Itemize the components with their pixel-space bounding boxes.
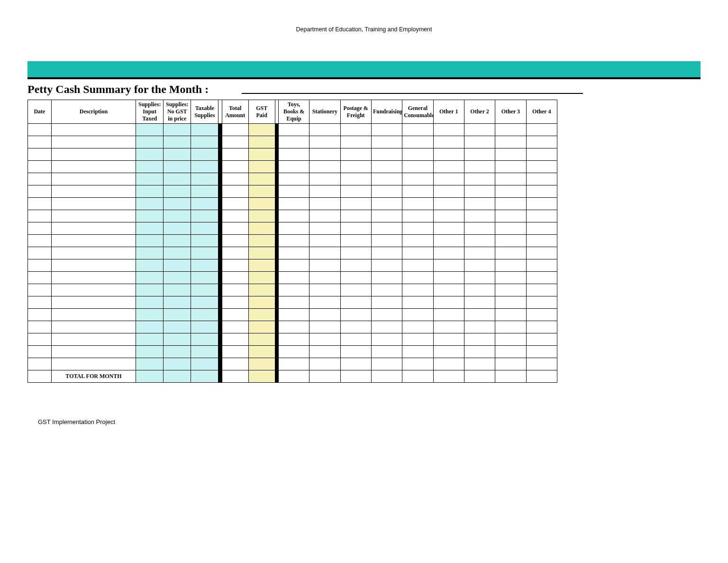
cell[interactable] [248, 333, 275, 346]
cell[interactable] [51, 247, 136, 259]
cell[interactable] [340, 210, 371, 222]
cell[interactable] [464, 185, 495, 198]
cell[interactable] [28, 346, 52, 358]
cell[interactable] [464, 333, 495, 346]
cell[interactable] [340, 161, 371, 173]
cell[interactable] [402, 321, 433, 333]
cell[interactable] [278, 296, 309, 309]
cell[interactable] [402, 173, 433, 185]
cell[interactable] [495, 247, 526, 259]
cell[interactable] [495, 198, 526, 210]
cell[interactable] [136, 148, 164, 161]
cell[interactable] [164, 346, 191, 358]
cell[interactable] [340, 358, 371, 370]
cell[interactable] [248, 346, 275, 358]
cell[interactable] [464, 259, 495, 272]
cell[interactable] [495, 161, 526, 173]
cell[interactable] [248, 321, 275, 333]
cell[interactable] [526, 247, 557, 259]
cell[interactable] [340, 235, 371, 247]
cell[interactable] [28, 185, 52, 198]
cell[interactable] [371, 321, 402, 333]
cell[interactable] [191, 173, 218, 185]
cell[interactable] [191, 296, 218, 309]
cell[interactable] [340, 333, 371, 346]
cell[interactable] [278, 136, 309, 148]
cell[interactable] [191, 161, 218, 173]
cell[interactable] [495, 333, 526, 346]
cell[interactable] [402, 259, 433, 272]
cell[interactable] [164, 272, 191, 284]
cell[interactable] [136, 259, 164, 272]
cell[interactable] [28, 198, 52, 210]
cell[interactable] [433, 309, 464, 321]
cell[interactable] [464, 161, 495, 173]
cell[interactable] [278, 272, 309, 284]
cell[interactable] [340, 247, 371, 259]
cell[interactable] [433, 161, 464, 173]
cell[interactable] [51, 173, 136, 185]
cell[interactable] [402, 136, 433, 148]
cell[interactable] [248, 222, 275, 235]
cell[interactable] [222, 235, 248, 247]
cell[interactable] [164, 296, 191, 309]
cell[interactable] [309, 309, 340, 321]
cell[interactable] [222, 136, 248, 148]
cell[interactable] [278, 333, 309, 346]
cell[interactable] [495, 148, 526, 161]
cell[interactable] [248, 235, 275, 247]
cell[interactable] [278, 358, 309, 370]
cell[interactable] [28, 173, 52, 185]
cell[interactable] [464, 136, 495, 148]
cell[interactable] [51, 284, 136, 296]
cell[interactable] [526, 259, 557, 272]
cell[interactable] [402, 235, 433, 247]
cell[interactable] [164, 235, 191, 247]
cell[interactable] [309, 222, 340, 235]
cell[interactable] [51, 124, 136, 136]
cell[interactable] [371, 247, 402, 259]
cell[interactable] [371, 272, 402, 284]
cell[interactable] [51, 210, 136, 222]
cell[interactable] [464, 124, 495, 136]
cell[interactable] [28, 272, 52, 284]
cell[interactable] [433, 173, 464, 185]
cell[interactable] [464, 284, 495, 296]
cell[interactable] [164, 198, 191, 210]
cell[interactable] [309, 284, 340, 296]
cell[interactable] [402, 161, 433, 173]
cell[interactable] [526, 198, 557, 210]
cell[interactable] [526, 185, 557, 198]
cell[interactable] [248, 272, 275, 284]
cell[interactable] [495, 185, 526, 198]
cell[interactable] [402, 124, 433, 136]
cell[interactable] [191, 346, 218, 358]
cell[interactable] [464, 358, 495, 370]
cell[interactable] [464, 272, 495, 284]
cell[interactable] [136, 235, 164, 247]
cell[interactable] [495, 210, 526, 222]
cell[interactable] [433, 247, 464, 259]
cell[interactable] [371, 222, 402, 235]
cell[interactable] [495, 358, 526, 370]
cell[interactable] [51, 272, 136, 284]
cell[interactable] [51, 148, 136, 161]
cell[interactable] [402, 222, 433, 235]
cell[interactable] [51, 346, 136, 358]
cell[interactable] [433, 333, 464, 346]
cell[interactable] [340, 272, 371, 284]
cell[interactable] [433, 185, 464, 198]
cell[interactable] [28, 296, 52, 309]
cell[interactable] [433, 358, 464, 370]
cell[interactable] [164, 259, 191, 272]
month-blank-line[interactable] [242, 93, 583, 94]
cell[interactable] [136, 124, 164, 136]
cell[interactable] [464, 198, 495, 210]
cell[interactable] [51, 358, 136, 370]
cell[interactable] [433, 321, 464, 333]
cell[interactable] [278, 346, 309, 358]
cell[interactable] [248, 358, 275, 370]
cell[interactable] [464, 321, 495, 333]
cell[interactable] [495, 346, 526, 358]
cell[interactable] [222, 173, 248, 185]
